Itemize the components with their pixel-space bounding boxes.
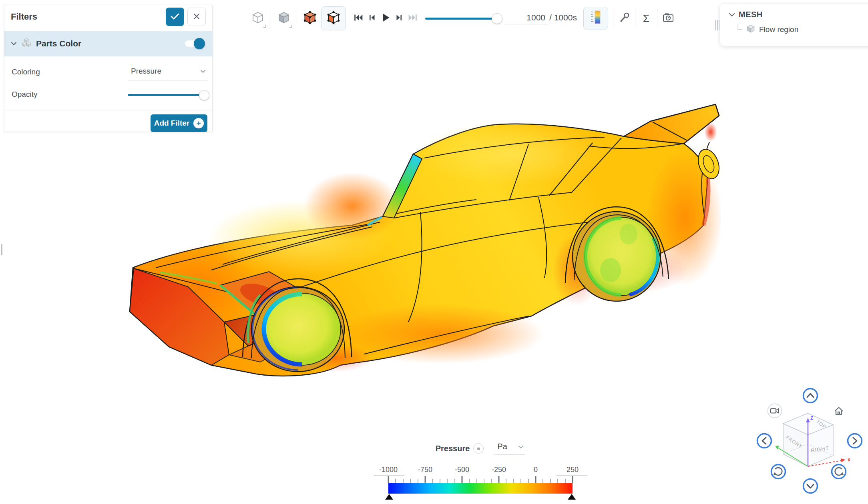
surface-mesh-cube-icon bbox=[326, 10, 341, 27]
mesh-panel-title: MESH bbox=[739, 10, 763, 19]
x-axis-label: x bbox=[848, 457, 850, 462]
parts-color-section-header[interactable]: Parts Color bbox=[4, 31, 212, 56]
dropdown-corner-icon bbox=[289, 25, 292, 28]
skip-to-end-button[interactable] bbox=[406, 9, 420, 28]
opacity-slider[interactable] bbox=[128, 90, 208, 100]
min-range-handle[interactable] bbox=[385, 494, 393, 500]
tick-label: -250 bbox=[492, 466, 506, 474]
filters-panel-title: Filters bbox=[11, 12, 37, 22]
coloring-label: Coloring bbox=[12, 68, 40, 76]
max-range-handle[interactable] bbox=[568, 494, 576, 500]
max-value-field[interactable] bbox=[557, 475, 587, 476]
camera-view-button[interactable] bbox=[768, 404, 782, 418]
probe-point-button[interactable] bbox=[615, 7, 633, 30]
close-filters-button[interactable] bbox=[187, 8, 206, 26]
chevron-down-icon bbox=[729, 11, 735, 18]
tick-mark bbox=[542, 479, 543, 483]
parts-color-toggle[interactable] bbox=[185, 40, 203, 47]
tick-mark bbox=[535, 476, 536, 483]
timeline-slider-knob[interactable] bbox=[492, 13, 502, 24]
dropdown-corner-icon bbox=[263, 25, 266, 28]
step-back-icon bbox=[367, 13, 377, 24]
timeline-slider-track[interactable] bbox=[425, 18, 498, 20]
tick-mark bbox=[572, 476, 573, 483]
roll-clockwise-button[interactable] bbox=[832, 465, 846, 479]
transparent-cube-view-button[interactable] bbox=[247, 6, 269, 31]
tick-label[interactable]: -1000 bbox=[379, 466, 398, 474]
time-total-label: / 1000s bbox=[548, 13, 577, 22]
rotate-left-button[interactable] bbox=[757, 434, 772, 448]
home-icon[interactable] bbox=[835, 408, 843, 415]
coloring-select[interactable]: Pressure bbox=[128, 64, 208, 80]
tick-mark bbox=[491, 479, 492, 483]
tick-marks bbox=[388, 476, 573, 483]
color-legend-button[interactable] bbox=[583, 7, 608, 30]
legend-scale: -1000-750-500-2500250 bbox=[388, 466, 573, 502]
rotate-right-button[interactable] bbox=[848, 434, 862, 448]
toggle-knob bbox=[194, 38, 205, 49]
apply-filters-button[interactable] bbox=[166, 8, 184, 26]
tick-mark bbox=[506, 479, 506, 483]
chevron-down-icon bbox=[200, 68, 206, 75]
tick-label: -750 bbox=[418, 466, 432, 474]
tick-mark bbox=[484, 479, 484, 483]
tick-mark bbox=[476, 479, 477, 483]
tick-mark bbox=[528, 479, 529, 483]
step-forward-button[interactable] bbox=[392, 9, 406, 28]
volume-mesh-cube-icon bbox=[302, 10, 317, 27]
solid-cube-icon bbox=[277, 10, 291, 26]
color-legend-icon bbox=[589, 9, 603, 28]
timeline-time: 1000 / 1000s bbox=[505, 13, 577, 24]
divider bbox=[4, 110, 212, 110]
divider bbox=[271, 8, 271, 28]
plus-icon: + bbox=[193, 118, 204, 128]
stacked-cubes-icon bbox=[21, 38, 32, 50]
volume-mesh-view-button[interactable] bbox=[299, 6, 321, 31]
tick-mark bbox=[388, 476, 389, 483]
tick-mark bbox=[440, 479, 440, 483]
mesh-tree-item-flow-region[interactable]: Flow region bbox=[737, 24, 868, 35]
tick-mark bbox=[447, 479, 448, 483]
chevron-down-icon bbox=[11, 40, 17, 47]
opacity-slider-track[interactable] bbox=[128, 94, 202, 96]
car-model bbox=[128, 98, 721, 390]
add-filter-button[interactable]: Add Filter + bbox=[151, 114, 207, 132]
statistics-button[interactable]: Σ bbox=[637, 7, 655, 30]
mesh-panel-header[interactable]: MESH bbox=[720, 4, 868, 19]
rotate-up-button[interactable] bbox=[804, 389, 818, 403]
left-edge-scroll-handle[interactable] bbox=[1, 244, 2, 255]
tick-mark bbox=[454, 479, 455, 483]
coloring-value: Pressure bbox=[131, 67, 161, 76]
camera-icon bbox=[662, 12, 674, 24]
tick-label[interactable]: 250 bbox=[567, 466, 579, 474]
chevron-down-icon bbox=[518, 443, 524, 450]
solid-cube-view-button[interactable] bbox=[273, 6, 295, 31]
opacity-slider-knob[interactable] bbox=[199, 90, 209, 100]
unit-select[interactable]: Pa bbox=[494, 442, 525, 455]
tick-label: 0 bbox=[534, 466, 538, 474]
min-value-field[interactable] bbox=[374, 475, 404, 476]
tick-mark bbox=[520, 479, 521, 483]
tick-mark bbox=[432, 479, 433, 483]
tick-mark bbox=[425, 476, 426, 483]
play-button[interactable] bbox=[379, 9, 392, 28]
current-time-input[interactable]: 1000 bbox=[505, 13, 548, 24]
tick-mark bbox=[403, 479, 404, 483]
surface-mesh-view-button[interactable] bbox=[321, 6, 346, 30]
screenshot-button[interactable] bbox=[659, 7, 677, 30]
check-icon bbox=[171, 13, 179, 21]
mesh-item-label: Flow region bbox=[759, 25, 798, 34]
tick-mark bbox=[498, 476, 500, 483]
tick-mark bbox=[395, 479, 396, 483]
timeline-slider[interactable] bbox=[425, 9, 502, 28]
pressure-legend: Pressure ≡ Pa -1000-750-500-2500250 bbox=[372, 442, 589, 491]
skip-to-start-button[interactable] bbox=[352, 9, 365, 28]
rotate-down-button[interactable] bbox=[804, 479, 818, 493]
step-back-button[interactable] bbox=[365, 9, 379, 28]
close-icon bbox=[193, 13, 200, 21]
orientation-cube[interactable]: TOP FRONT RIGHT Z x bbox=[775, 413, 850, 466]
tree-connector bbox=[737, 24, 742, 30]
legend-menu-button[interactable]: ≡ bbox=[473, 443, 484, 454]
roll-counterclockwise-button[interactable] bbox=[772, 465, 786, 479]
solid-cube-icon bbox=[746, 24, 755, 35]
